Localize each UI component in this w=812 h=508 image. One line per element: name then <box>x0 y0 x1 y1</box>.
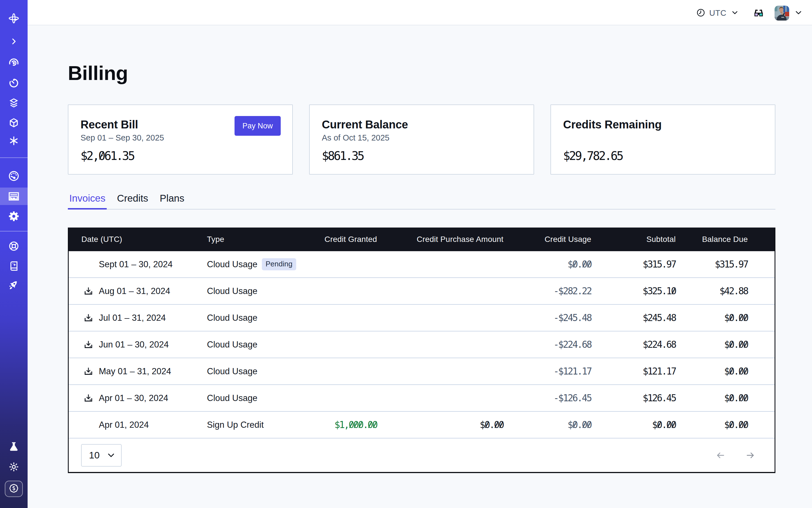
balance-due-value: $0.00 <box>724 392 748 404</box>
sidebar-item-logo[interactable] <box>0 9 28 27</box>
pay-now-button[interactable]: Pay Now <box>234 116 281 136</box>
sidebar-item-theme[interactable] <box>0 458 28 476</box>
download-invoice-button[interactable] <box>84 340 99 349</box>
previous-page-button[interactable] <box>716 451 725 460</box>
balance-due-value: $0.00 <box>724 339 748 350</box>
sidebar-item-pricing[interactable] <box>5 481 23 497</box>
invoice-type: Cloud Usage <box>207 366 257 377</box>
column-header-balance-due: Balance Due <box>676 235 775 244</box>
invoice-type: Cloud Usage <box>207 393 257 403</box>
table-footer: 10 <box>69 438 775 472</box>
sidebar <box>0 0 28 508</box>
timezone-label: UTC <box>709 8 726 18</box>
credit-usage-value: -$245.48 <box>554 312 591 323</box>
invoice-type: Sign Up Credit <box>207 420 264 430</box>
next-page-button[interactable] <box>745 451 755 460</box>
credit-usage-value: -$224.68 <box>554 339 591 350</box>
column-header-credit-purchase-amount: Credit Purchase Amount <box>377 235 503 244</box>
seal-dollar-icon <box>8 483 19 495</box>
invoice-type: Cloud Usage <box>207 313 257 323</box>
balance-due-value: $315.97 <box>715 259 748 270</box>
tab-credits[interactable]: Credits <box>116 193 149 209</box>
stack-layers-icon <box>8 98 19 109</box>
card-amount: $29,782.65 <box>563 149 763 163</box>
billing-card-icon <box>8 190 20 203</box>
download-invoice-button[interactable] <box>84 260 99 269</box>
invoice-date: Sept 01 – 30, 2024 <box>99 259 173 269</box>
tab-invoices[interactable]: Invoices <box>68 193 107 209</box>
card-subtitle: As of Oct 15, 2025 <box>322 133 522 143</box>
status-badge: Pending <box>262 258 296 270</box>
invoices-table: Date (UTC) Type Credit Granted Credit Pu… <box>68 227 775 473</box>
reader-mode-button[interactable] <box>754 8 764 18</box>
balance-due-value: $0.00 <box>724 366 748 377</box>
table-row: Apr 01 – 30, 2024 Cloud Usage -$126.45 $… <box>69 385 775 412</box>
invoice-date: Jul 01 – 31, 2024 <box>99 313 166 323</box>
tab-plans[interactable]: Plans <box>158 193 186 209</box>
table-body: Sept 01 – 30, 2024 Cloud Usage Pending $… <box>69 251 775 438</box>
download-invoice-button[interactable] <box>84 367 99 376</box>
page-title: Billing <box>68 63 812 83</box>
timer-icon <box>8 78 19 88</box>
sidebar-item-observe[interactable] <box>0 54 28 72</box>
table-row: Apr 01, 2024 Sign Up Credit $1,000.00 $0… <box>69 412 775 438</box>
sidebar-item-deployments[interactable] <box>0 114 28 131</box>
rocket-icon <box>8 279 19 291</box>
download-invoice-button[interactable] <box>84 286 99 296</box>
balance-due-value: $0.00 <box>724 419 748 430</box>
card-amount: $861.35 <box>322 149 522 163</box>
subtotal-value: $224.68 <box>643 339 676 350</box>
sidebar-item-support[interactable] <box>0 238 28 255</box>
card-subtitle <box>563 133 763 143</box>
sidebar-item-environments[interactable] <box>0 94 28 112</box>
invoice-type: Cloud Usage <box>207 340 257 350</box>
invoice-type: Cloud Usage <box>207 286 257 296</box>
main-content: Billing Recent Bill Sep 01 – Sep 30, 202… <box>28 25 812 83</box>
gear-icon <box>8 210 20 222</box>
table-row: Jul 01 – 31, 2024 Cloud Usage -$245.48 $… <box>69 305 775 331</box>
sidebar-item-labs[interactable] <box>0 438 28 455</box>
sidebar-item-dashboard[interactable] <box>0 167 28 185</box>
invoice-date: Aug 01 – 31, 2024 <box>99 286 170 296</box>
credit-usage-value: -$282.22 <box>554 286 591 297</box>
credit-usage-value: -$121.17 <box>554 366 591 377</box>
download-invoice-button[interactable] <box>84 313 99 323</box>
sidebar-item-runs[interactable] <box>0 74 28 92</box>
flask-icon <box>8 441 19 452</box>
gauge-icon <box>8 170 20 182</box>
timezone-selector[interactable]: UTC <box>696 8 738 18</box>
sidebar-item-expand[interactable] <box>0 33 28 50</box>
summary-cards: Recent Bill Sep 01 – Sep 30, 2025 $2,061… <box>68 104 775 175</box>
asterisk-icon <box>8 135 19 146</box>
subtotal-value: $126.45 <box>643 392 676 404</box>
sidebar-item-settings[interactable] <box>0 208 28 225</box>
sidebar-item-getting-started[interactable] <box>0 276 28 294</box>
column-header-date: Date (UTC) <box>69 235 207 244</box>
credit-usage-value: -$126.45 <box>554 392 591 404</box>
chevron-down-icon[interactable] <box>795 9 803 18</box>
page-size-select[interactable]: 10 <box>81 444 122 467</box>
glasses-icon <box>754 8 764 18</box>
column-header-credit-granted: Credit Granted <box>293 235 377 244</box>
balance-due-value: $0.00 <box>724 312 748 323</box>
invoice-date: May 01 – 31, 2024 <box>99 366 171 377</box>
download-invoice-button[interactable] <box>84 393 99 403</box>
page-size-value: 10 <box>89 450 100 461</box>
subtotal-value: $121.17 <box>643 366 676 377</box>
column-header-credit-usage: Credit Usage <box>503 235 591 244</box>
download-invoice-button[interactable] <box>84 420 99 430</box>
subtotal-value: $245.48 <box>643 312 676 323</box>
credit-usage-value: $0.00 <box>568 419 591 430</box>
chevron-right-icon <box>9 37 18 46</box>
column-header-type: Type <box>207 235 293 244</box>
sidebar-item-asterisk[interactable] <box>0 132 28 150</box>
lifebuoy-icon <box>8 241 19 252</box>
subtotal-value: $315.97 <box>643 259 676 270</box>
sidebar-item-docs[interactable] <box>0 257 28 274</box>
subtotal-value: $0.00 <box>652 419 676 430</box>
invoice-date: Apr 01, 2024 <box>99 420 149 430</box>
balance-due-value: $42.88 <box>719 286 748 297</box>
avatar[interactable] <box>775 6 789 20</box>
sidebar-divider <box>0 231 28 231</box>
sidebar-item-billing[interactable] <box>0 187 28 205</box>
